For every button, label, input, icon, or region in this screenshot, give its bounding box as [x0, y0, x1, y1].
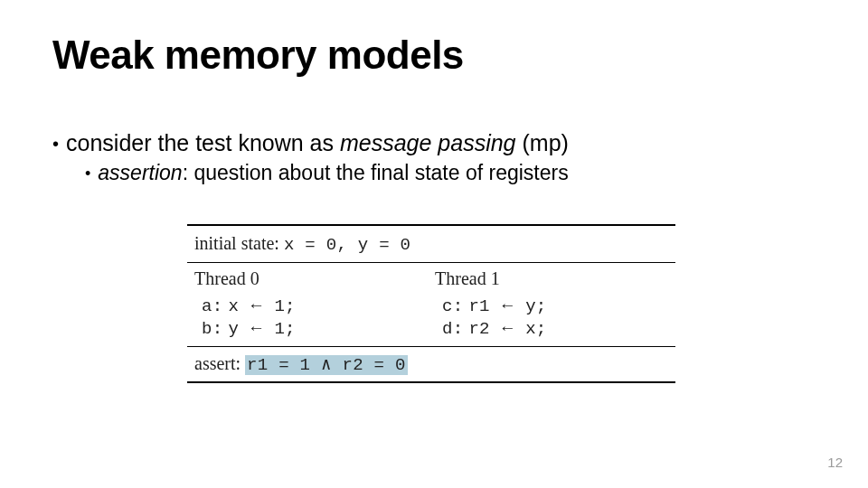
- assert-expr: r1 = 1 ∧ r2 = 0: [245, 355, 408, 375]
- assert-label: assert:: [194, 353, 241, 373]
- bullet2-post: : question about the final state of regi…: [183, 161, 569, 184]
- thread0-body: a: x ← 1; b: y ← 1;: [194, 295, 435, 340]
- bullet-dot: •: [85, 164, 90, 184]
- arrow-icon: ←: [244, 318, 269, 338]
- stmt-rhs: x;: [525, 319, 546, 339]
- bullet2-em: assertion: [98, 161, 182, 184]
- stmt-rhs: 1;: [274, 319, 295, 339]
- table-rule: [187, 381, 675, 383]
- bullet-level1: • consider the test known as message pas…: [52, 128, 794, 158]
- code-table: initial state: x = 0, y = 0 Thread 0 Thr…: [187, 224, 675, 383]
- stmt-lhs: y: [228, 319, 239, 339]
- stmt-b: b: y ← 1;: [194, 317, 435, 340]
- bullet-dot: •: [52, 132, 59, 155]
- thread1-body: c: r1 ← y; d: r2 ← x;: [435, 295, 675, 340]
- assert-row: assert: r1 = 1 ∧ r2 = 0: [187, 347, 675, 381]
- arrow-icon: ←: [495, 296, 520, 315]
- bullet1-text: consider the test known as message passi…: [66, 128, 569, 158]
- page-number: 12: [827, 455, 843, 470]
- initial-state-row: initial state: x = 0, y = 0: [187, 226, 675, 262]
- slide: Weak memory models • consider the test k…: [0, 0, 868, 488]
- stmt-label: d:: [442, 319, 463, 339]
- bullet-list: • consider the test known as message pas…: [52, 128, 794, 186]
- stmt-label: b:: [202, 319, 222, 339]
- stmt-c: c: r1 ← y;: [435, 295, 675, 317]
- arrow-icon: ←: [495, 318, 520, 338]
- page-title: Weak memory models: [52, 33, 464, 78]
- bullet1-em: message passing: [340, 130, 516, 155]
- bullet-level2: • assertion: question about the final st…: [85, 160, 794, 187]
- thread1-header: Thread 1: [435, 268, 675, 289]
- stmt-lhs: r2: [468, 319, 489, 339]
- stmt-lhs: r1: [468, 296, 489, 316]
- initial-label: initial state:: [194, 233, 279, 253]
- arrow-icon: ←: [244, 296, 269, 315]
- thread-headers: Thread 0 Thread 1: [187, 263, 675, 289]
- stmt-lhs: x: [228, 296, 239, 316]
- initial-values: x = 0, y = 0: [284, 235, 410, 255]
- stmt-label: c:: [442, 296, 463, 316]
- stmt-rhs: 1;: [274, 296, 295, 316]
- bullet1-pre: consider the test known as: [66, 130, 340, 155]
- bullet1-post: (mp): [516, 130, 569, 155]
- thread0-header: Thread 0: [194, 268, 435, 289]
- thread-body: a: x ← 1; b: y ← 1; c: r1 ← y;: [187, 289, 675, 346]
- stmt-rhs: y;: [525, 296, 546, 316]
- stmt-d: d: r2 ← x;: [435, 317, 675, 340]
- stmt-label: a:: [202, 296, 222, 316]
- bullet2-text: assertion: question about the final stat…: [98, 160, 568, 187]
- stmt-a: a: x ← 1;: [194, 295, 435, 317]
